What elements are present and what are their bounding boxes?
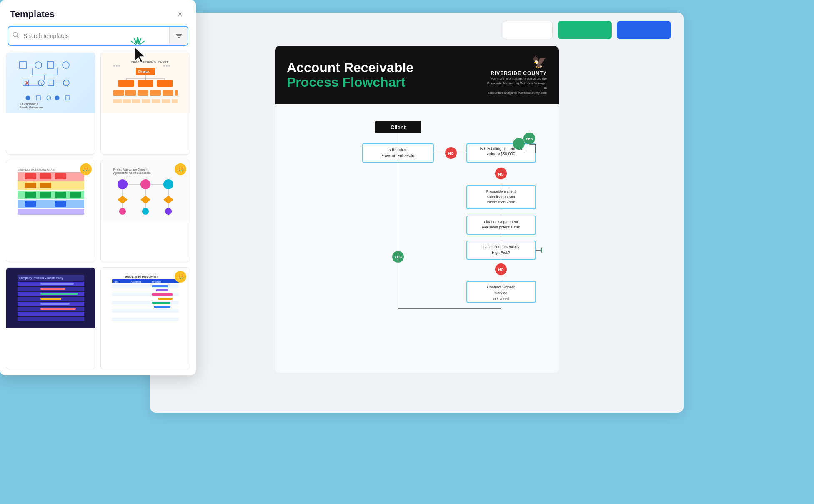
svg-text:Information Form: Information Form xyxy=(487,200,516,204)
svg-rect-29 xyxy=(65,96,70,100)
logo-tagline: For more information, reach out to the C… xyxy=(484,76,547,95)
template-card-launch[interactable]: Company Product Launch Party xyxy=(6,267,95,369)
svg-rect-67 xyxy=(18,209,84,215)
svg-rect-120 xyxy=(112,288,179,292)
templates-panel: Templates × xyxy=(0,0,196,375)
svg-rect-43 xyxy=(138,80,153,87)
toolbar-button-2[interactable] xyxy=(558,21,612,39)
svg-rect-50 xyxy=(125,90,136,96)
svg-rect-143 xyxy=(363,144,433,162)
svg-text:Is the client: Is the client xyxy=(388,148,409,152)
flowchart-main-title: Account Receivable xyxy=(287,60,413,75)
template-card-flowchart2[interactable]: 👑 Finding Appropriate Content Agencies f… xyxy=(100,160,190,262)
svg-rect-69 xyxy=(40,173,51,179)
svg-text:High Risk?: High Risk? xyxy=(492,251,510,255)
svg-rect-131 xyxy=(158,298,173,300)
svg-rect-56 xyxy=(123,99,131,103)
svg-rect-111 xyxy=(40,298,61,300)
svg-rect-72 xyxy=(40,183,51,188)
svg-point-25 xyxy=(26,96,30,100)
svg-rect-57 xyxy=(132,99,140,103)
svg-text:Prospective client: Prospective client xyxy=(486,189,516,193)
svg-rect-112 xyxy=(40,303,70,305)
canvas-toolbar xyxy=(503,21,671,39)
svg-text:Government sector: Government sector xyxy=(380,153,416,158)
template-card-orgchart[interactable]: ORGANISATIONAL CHART Director xyxy=(100,53,190,155)
template-preview-orgchart: ORGANISATIONAL CHART Director xyxy=(101,53,190,113)
svg-text:NO: NO xyxy=(498,268,504,272)
svg-line-1 xyxy=(17,36,19,38)
svg-marker-85 xyxy=(140,196,150,204)
svg-rect-61 xyxy=(172,99,178,103)
svg-point-83 xyxy=(163,179,173,189)
template-card-workflow[interactable]: 👑 BUSINESS WORKFLOW CHART xyxy=(6,160,95,262)
toolbar-button-1[interactable] xyxy=(503,21,553,39)
svg-point-9 xyxy=(63,62,69,68)
svg-rect-175 xyxy=(467,241,536,259)
svg-point-36 xyxy=(163,65,165,67)
flowchart-body: Client Is the client Government sector N… xyxy=(275,104,559,373)
template-preview-genogram: 3 Generations Family Genogram xyxy=(6,53,95,113)
svg-point-89 xyxy=(165,208,172,215)
svg-text:Assigned: Assigned xyxy=(131,281,141,283)
svg-rect-52 xyxy=(150,90,161,96)
templates-title: Templates xyxy=(10,9,55,20)
svg-rect-129 xyxy=(156,289,168,291)
search-input[interactable] xyxy=(23,28,169,43)
svg-rect-74 xyxy=(40,192,51,198)
templates-grid: 3 Generations Family Genogram ORGANISATI… xyxy=(0,53,196,375)
svg-point-37 xyxy=(166,65,168,67)
svg-rect-5 xyxy=(20,62,26,68)
svg-rect-107 xyxy=(18,317,84,321)
svg-rect-54 xyxy=(175,90,178,96)
flowchart-diagram: Account Receivable Process Flowchart 🦅 R… xyxy=(275,46,559,373)
svg-rect-109 xyxy=(40,288,65,290)
filter-button[interactable] xyxy=(169,27,188,45)
svg-rect-78 xyxy=(55,201,66,207)
svg-rect-106 xyxy=(18,312,84,316)
svg-point-28 xyxy=(55,96,59,100)
svg-marker-86 xyxy=(163,196,173,204)
close-button[interactable]: × xyxy=(174,8,186,20)
svg-rect-73 xyxy=(25,192,36,198)
svg-rect-108 xyxy=(40,283,74,285)
svg-rect-8 xyxy=(47,62,54,68)
svg-point-179 xyxy=(541,244,542,256)
toolbar-button-3[interactable] xyxy=(617,21,671,39)
svg-rect-132 xyxy=(152,302,170,304)
svg-marker-84 xyxy=(118,196,128,204)
svg-point-38 xyxy=(168,65,170,67)
svg-rect-59 xyxy=(152,99,160,103)
svg-rect-77 xyxy=(25,201,36,207)
svg-point-82 xyxy=(140,179,150,189)
svg-text:Timeline: Timeline xyxy=(152,281,161,283)
flowchart-header: Account Receivable Process Flowchart 🦅 R… xyxy=(275,46,559,104)
premium-badge-webplan: 👑 xyxy=(175,271,186,283)
flowchart-title-block: Account Receivable Process Flowchart xyxy=(287,60,413,90)
template-card-genogram[interactable]: 3 Generations Family Genogram xyxy=(6,53,95,155)
svg-text:Family Genogram: Family Genogram xyxy=(20,106,43,108)
svg-rect-53 xyxy=(163,90,173,96)
svg-text:Company Product Launch Party: Company Product Launch Party xyxy=(19,276,63,280)
svg-rect-110 xyxy=(40,293,78,295)
svg-rect-127 xyxy=(112,318,179,321)
svg-rect-68 xyxy=(25,173,36,179)
svg-text:Task: Task xyxy=(113,281,119,283)
svg-text:BUSINESS WORKFLOW CHART: BUSINESS WORKFLOW CHART xyxy=(18,168,56,171)
svg-point-6 xyxy=(35,62,42,68)
svg-rect-115 xyxy=(112,279,179,283)
svg-text:submits Contract: submits Contract xyxy=(487,195,515,199)
svg-text:Finding Appropriate Content: Finding Appropriate Content xyxy=(113,168,147,171)
svg-text:Director: Director xyxy=(138,70,150,73)
svg-rect-128 xyxy=(152,285,168,287)
logo-icon: 🦅 xyxy=(484,55,547,69)
template-card-webplan[interactable]: 👑 Website Project Plan Task Assigned Tim… xyxy=(100,267,190,369)
svg-rect-75 xyxy=(55,192,66,198)
logo-name: RIVERSIDE COUNTY xyxy=(484,70,547,76)
search-icon xyxy=(8,32,23,40)
canvas-area: Account Receivable Process Flowchart 🦅 R… xyxy=(150,13,684,413)
svg-text:value >$50,000: value >$50,000 xyxy=(487,152,516,156)
svg-text:Finance Department: Finance Department xyxy=(484,220,518,224)
svg-rect-26 xyxy=(36,96,40,100)
svg-text:Client: Client xyxy=(391,124,406,130)
